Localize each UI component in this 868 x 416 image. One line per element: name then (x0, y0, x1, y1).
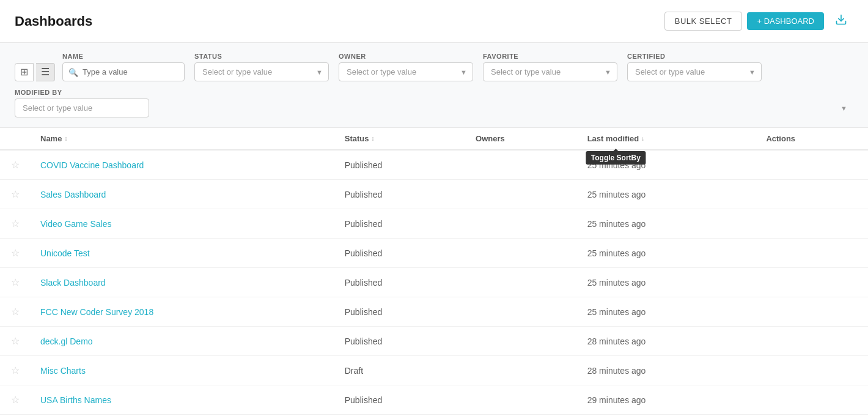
table-container: Name ↕ Status ↕ Owners Last m (0, 128, 868, 416)
name-search-input[interactable] (62, 62, 185, 81)
favorite-filter-label: FAVORITE (483, 53, 617, 60)
owners-cell (466, 180, 578, 209)
status-sort: Status ↕ (345, 134, 375, 143)
favorite-star-button[interactable]: ☆ (10, 305, 21, 319)
owners-cell (466, 327, 578, 356)
name-filter-label: NAME (62, 53, 185, 60)
toggle-sort-tooltip: Toggle SortBy (586, 151, 645, 165)
favorite-star-button[interactable]: ☆ (10, 217, 21, 231)
favorite-star-button[interactable]: ☆ (10, 334, 21, 348)
status-cell: Published (335, 327, 466, 356)
dashboard-link[interactable]: USA Births Names (40, 395, 111, 405)
status-value: Published (345, 160, 383, 170)
certified-select-wrap: Select or type value ▼ (627, 62, 762, 81)
actions-cell (756, 209, 868, 239)
dashboard-link[interactable]: Misc Charts (40, 366, 86, 376)
th-status[interactable]: Status ↕ (335, 128, 466, 150)
th-last-modified[interactable]: Last modified ↓ Toggle SortBy (578, 128, 757, 150)
grid-view-button[interactable]: ⊞ (15, 63, 34, 81)
th-star (0, 128, 31, 150)
status-cell: Published (335, 297, 466, 327)
list-view-button[interactable]: ☰ (36, 63, 55, 81)
favorite-star-button[interactable]: ☆ (10, 363, 21, 377)
actions-cell (756, 150, 868, 180)
status-value: Published (345, 395, 383, 405)
certified-filter-label: CERTIFIED (627, 53, 762, 60)
bulk-select-button[interactable]: BULK SELECT (664, 12, 743, 31)
name-cell: FCC New Coder Survey 2018 (31, 297, 335, 327)
favorite-filter-group: FAVORITE Select or type value ▼ (483, 53, 617, 81)
header-actions: BULK SELECT + DASHBOARD (664, 10, 853, 32)
dashboard-link[interactable]: FCC New Coder Survey 2018 (40, 307, 153, 317)
add-dashboard-button[interactable]: + DASHBOARD (747, 12, 824, 30)
name-cell: COVID Vaccine Dashboard (31, 150, 335, 180)
table-header: Name ↕ Status ↕ Owners Last m (0, 128, 868, 150)
status-value: Published (345, 248, 383, 258)
name-cell: Misc Charts (31, 356, 335, 385)
favorite-star-button[interactable]: ☆ (10, 158, 21, 172)
page-title: Dashboards (15, 13, 92, 29)
last-modified-tooltip-container: Last modified ↓ Toggle SortBy (587, 134, 645, 143)
name-cell: deck.gl Demo (31, 327, 335, 356)
star-cell: ☆ (0, 239, 31, 268)
name-cell: Slack Dashboard (31, 268, 335, 297)
last-modified-sort: Last modified ↓ (587, 134, 645, 143)
filters-section: ⊞ ☰ NAME 🔍 STATUS Select or type value (0, 43, 868, 128)
last-modified-value: 25 minutes ago (587, 190, 646, 199)
last-modified-cell: 25 minutes ago (578, 209, 757, 239)
favorite-select[interactable]: Select or type value (483, 62, 617, 81)
status-select[interactable]: Select or type value (194, 62, 329, 81)
dashboard-link[interactable]: Video Game Sales (40, 219, 111, 229)
dashboard-link[interactable]: Sales Dashboard (40, 190, 106, 199)
star-cell: ☆ (0, 297, 31, 327)
last-modified-cell: 25 minutes ago (578, 297, 757, 327)
dashboard-link[interactable]: Unicode Test (40, 248, 90, 258)
download-icon (835, 13, 847, 26)
actions-cell (756, 356, 868, 385)
filters-row-2: MODIFIED BY Select or type value ▼ (15, 89, 853, 117)
owner-select-wrap: Select or type value ▼ (339, 62, 473, 81)
status-value: Published (345, 219, 383, 229)
owner-select[interactable]: Select or type value (339, 62, 473, 81)
star-cell: ☆ (0, 385, 31, 415)
favorite-star-button[interactable]: ☆ (10, 246, 21, 260)
status-value: Published (345, 336, 383, 346)
status-cell: Published (335, 385, 466, 415)
star-cell: ☆ (0, 327, 31, 356)
last-modified-cell: 25 minutes ago (578, 239, 757, 268)
name-filter-group: NAME 🔍 (62, 53, 185, 81)
table-row: ☆ FCC New Coder Survey 2018 Published 25… (0, 297, 868, 327)
owners-cell (466, 268, 578, 297)
owners-cell (466, 356, 578, 385)
owner-filter-group: OWNER Select or type value ▼ (339, 53, 473, 81)
status-sort-indicator: ↕ (371, 135, 374, 142)
owners-cell (466, 209, 578, 239)
dashboard-link[interactable]: Slack Dashboard (40, 278, 106, 288)
certified-select[interactable]: Select or type value (627, 62, 762, 81)
grid-icon: ⊞ (20, 67, 28, 77)
name-sort-indicator: ↕ (64, 135, 67, 142)
favorite-star-button[interactable]: ☆ (10, 275, 21, 289)
owners-cell (466, 297, 578, 327)
last-modified-cell: 28 minutes ago (578, 356, 757, 385)
filters-row: ⊞ ☰ NAME 🔍 STATUS Select or type value (15, 53, 853, 81)
favorite-star-button[interactable]: ☆ (10, 187, 21, 201)
last-modified-value: 25 minutes ago (587, 248, 646, 258)
dashboard-link[interactable]: deck.gl Demo (40, 336, 93, 346)
last-modified-cell: 25 minutes ago (578, 268, 757, 297)
owner-filter-label: OWNER (339, 53, 473, 60)
favorite-star-button[interactable]: ☆ (10, 393, 21, 407)
last-modified-cell: 25 minutes ago (578, 180, 757, 209)
list-icon: ☰ (41, 67, 50, 77)
certified-filter-group: CERTIFIED Select or type value ▼ (627, 53, 762, 81)
actions-cell (756, 180, 868, 209)
last-modified-value: 25 minutes ago (587, 278, 646, 288)
th-name[interactable]: Name ↕ (31, 128, 335, 150)
modified-by-select[interactable]: Select or type value (15, 98, 149, 117)
status-cell: Published (335, 239, 466, 268)
download-button[interactable] (829, 10, 853, 32)
last-modified-value: 29 minutes ago (587, 395, 646, 405)
status-filter-group: STATUS Select or type value ▼ (194, 53, 329, 81)
dashboard-link[interactable]: COVID Vaccine Dashboard (40, 160, 144, 170)
name-filter-wrap: 🔍 (62, 62, 185, 81)
